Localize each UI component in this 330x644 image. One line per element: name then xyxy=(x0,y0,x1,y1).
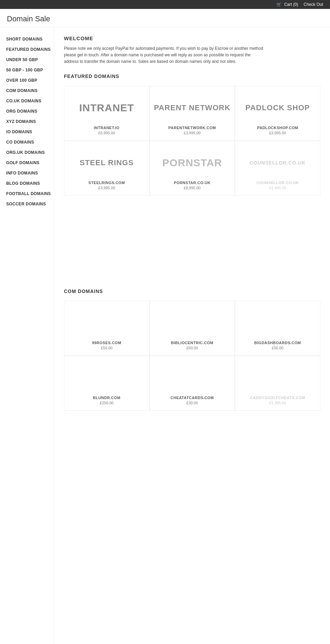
welcome-title: WELCOME xyxy=(64,35,320,41)
domain-card-pornstar[interactable]: PORNSTAR PORNSTAR.CO.UK £8,995.00 xyxy=(150,141,235,196)
domain-visual xyxy=(239,308,317,338)
domain-visual: PARENT NETWORK xyxy=(153,93,231,123)
sidebar-item-xyz-domains[interactable]: XYZ DOMAINS xyxy=(6,116,54,127)
sidebar-item-org-domains[interactable]: ORG DOMAINS xyxy=(6,106,54,116)
domain-visual: COUNSELLOR.CO.UK xyxy=(239,148,317,178)
cart-link[interactable]: 🛒 Cart (0) xyxy=(276,2,298,7)
site-title: Domain Sale xyxy=(7,14,323,23)
domain-label: COUNSELLOR.CO.UK xyxy=(256,181,299,185)
sidebar-item-football-domains[interactable]: FOOTBALL DOMAINS xyxy=(6,189,54,199)
welcome-section: WELCOME Please note we only accept PayPa… xyxy=(64,35,320,65)
domain-card-bibliocentric[interactable]: BIBLIOCENTRIC.COM £50.00 xyxy=(150,301,235,356)
domain-price: £50.00 xyxy=(186,346,198,350)
domain-label: BLUNDR.COM xyxy=(93,396,120,400)
domain-price: £50.00 xyxy=(272,346,284,350)
domain-price: £3,995.00 xyxy=(269,131,286,135)
domain-card-counsellor[interactable]: COUNSELLOR.CO.UK COUNSELLOR.CO.UK £1,495… xyxy=(235,141,320,196)
domain-label: CHEATATCARDS.COM xyxy=(170,396,214,400)
scroll-spacer xyxy=(64,196,320,285)
domain-visual: STEEL RINGS xyxy=(68,148,146,178)
domain-visual: PADLOCK SHOP xyxy=(239,93,317,123)
sidebar-item-50-100[interactable]: 50 GBP - 100 GBP xyxy=(6,65,54,75)
domain-price: £3,995.00 xyxy=(98,186,115,190)
domain-card-blundr[interactable]: BLUNDR.COM £250.00 xyxy=(64,356,150,411)
sidebar-item-co-domains[interactable]: CO DOMAINS xyxy=(6,137,54,147)
featured-section: FEATURED DOMAINS INTRANET INTRANET.IO £5… xyxy=(64,74,320,196)
domain-card-steelrings[interactable]: STEEL RINGS STEELRINGS.COM £3,995.00 xyxy=(64,141,150,196)
domain-label: PADLOCKSHOP.COM xyxy=(257,126,298,130)
sidebar-item-org-uk-domains[interactable]: ORG.UK DOMAINS xyxy=(6,147,54,158)
sidebar-item-blog-domains[interactable]: BLOG DOMAINS xyxy=(6,178,54,189)
sidebar-item-short-domains[interactable]: SHORT DOMAINS xyxy=(6,34,54,44)
domain-label: PARENTNETWORK.COM xyxy=(168,126,216,130)
domain-display-text: INTRANET xyxy=(79,102,134,114)
top-bar: 🛒 Cart (0) Check Out xyxy=(0,0,330,9)
sidebar: SHORT DOMAINS FEATURED DOMAINS UNDER 50 … xyxy=(0,27,54,644)
domain-visual xyxy=(68,363,146,393)
domain-label: CADDYSGOLFCHEATS.COM xyxy=(250,396,305,400)
domain-card-padlockshop[interactable]: PADLOCK SHOP PADLOCKSHOP.COM £3,995.00 xyxy=(235,86,320,141)
domain-visual: INTRANET xyxy=(68,93,146,123)
sidebar-item-featured-domains[interactable]: FEATURED DOMAINS xyxy=(6,44,54,55)
sidebar-item-co-uk-domains[interactable]: CO.UK DOMAINS xyxy=(6,96,54,106)
domain-card-parentnetwork[interactable]: PARENT NETWORK PARENTNETWORK.COM £3,995.… xyxy=(150,86,235,141)
checkout-link[interactable]: Check Out xyxy=(304,2,323,7)
featured-domain-grid: INTRANET INTRANET.IO £5,995.00 PARENT NE… xyxy=(64,86,320,196)
domain-label: 99ROSES.COM xyxy=(92,341,121,345)
com-domains-title: COM DOMAINS xyxy=(64,289,320,294)
domain-card-bigdashboards[interactable]: BIGDASHBOARDS.COM £50.00 xyxy=(235,301,320,356)
domain-label: BIGDASHBOARDS.COM xyxy=(254,341,301,345)
domain-price: £3,995.00 xyxy=(184,131,201,135)
domain-display-text: PADLOCK SHOP xyxy=(245,103,310,112)
domain-visual xyxy=(153,308,231,338)
com-domain-grid: 99ROSES.COM £50.00 BIBLIOCENTRIC.COM £50… xyxy=(64,301,320,411)
domain-visual xyxy=(68,308,146,338)
cart-icon: 🛒 xyxy=(276,2,282,7)
domain-card-cheatatcards[interactable]: CHEATATCARDS.COM £30.00 xyxy=(150,356,235,411)
domain-price: £8,995.00 xyxy=(184,186,201,190)
site-header: Domain Sale xyxy=(0,9,330,27)
domain-label: STEELRINGS.COM xyxy=(88,181,125,185)
domain-price: £1,495.00 xyxy=(269,186,286,190)
domain-card-intranet[interactable]: INTRANET INTRANET.IO £5,995.00 xyxy=(64,86,150,141)
page-layout: SHORT DOMAINS FEATURED DOMAINS UNDER 50 … xyxy=(0,27,330,644)
domain-price: £50.00 xyxy=(101,346,113,350)
domain-display-text: STEEL RINGS xyxy=(80,158,134,167)
sidebar-item-soccer-domains[interactable]: SOCCER DOMAINS xyxy=(6,199,54,209)
welcome-text: Please note we only accept PayPal for au… xyxy=(64,45,263,65)
domain-price: £5,995.00 xyxy=(98,131,115,135)
featured-section-title: FEATURED DOMAINS xyxy=(64,74,320,79)
sidebar-item-info-domains[interactable]: INFO DOMAINS xyxy=(6,168,54,178)
com-domains-section: COM DOMAINS 99ROSES.COM £50.00 BIBLIOCEN… xyxy=(64,289,320,411)
sidebar-item-under-50[interactable]: UNDER 50 GBP xyxy=(6,55,54,65)
domain-visual: PORNSTAR xyxy=(153,148,231,178)
domain-card-99roses[interactable]: 99ROSES.COM £50.00 xyxy=(64,301,150,356)
sidebar-item-over-100[interactable]: OVER 100 GBP xyxy=(6,75,54,86)
sidebar-item-golf-domains[interactable]: GOLF DOMAINS xyxy=(6,158,54,168)
sidebar-item-com-domains[interactable]: COM DOMAINS xyxy=(6,86,54,96)
main-content: WELCOME Please note we only accept PayPa… xyxy=(54,27,330,644)
domain-price: £1,495.00 xyxy=(269,401,286,405)
domain-visual xyxy=(239,363,317,393)
domain-label: INTRANET.IO xyxy=(94,126,120,130)
domain-display-text: PARENT NETWORK xyxy=(154,103,231,112)
domain-price: £30.00 xyxy=(186,401,198,405)
sidebar-item-io-domains[interactable]: IO DOMAINS xyxy=(6,127,54,137)
cart-label[interactable]: Cart (0) xyxy=(284,2,298,7)
domain-card-caddysgolfcheats[interactable]: CADDYSGOLFCHEATS.COM £1,495.00 xyxy=(235,356,320,411)
domain-visual xyxy=(153,363,231,393)
domain-display-text: COUNSELLOR.CO.UK xyxy=(250,160,306,166)
domain-label: BIBLIOCENTRIC.COM xyxy=(171,341,213,345)
domain-label: PORNSTAR.CO.UK xyxy=(174,181,210,185)
domain-price: £250.00 xyxy=(100,401,113,405)
domain-display-text: PORNSTAR xyxy=(162,157,222,169)
